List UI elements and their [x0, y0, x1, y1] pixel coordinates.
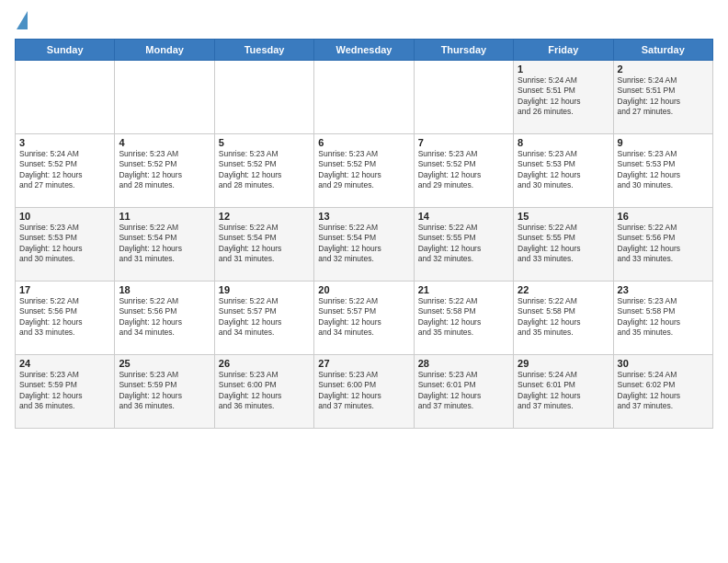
calendar-cell: [16, 61, 115, 134]
calendar-table: SundayMondayTuesdayWednesdayThursdayFrid…: [15, 39, 713, 429]
day-number: 7: [418, 137, 509, 148]
day-info: Sunrise: 5:23 AMSunset: 6:00 PMDaylight:…: [318, 370, 409, 412]
calendar-cell: 8Sunrise: 5:23 AMSunset: 5:53 PMDaylight…: [514, 134, 613, 208]
day-number: 15: [518, 211, 609, 222]
calendar-cell: 17Sunrise: 5:22 AMSunset: 5:56 PMDayligh…: [16, 282, 115, 355]
day-number: 12: [219, 211, 310, 222]
day-number: 4: [119, 137, 210, 148]
day-info: Sunrise: 5:23 AMSunset: 5:58 PMDaylight:…: [618, 296, 709, 339]
calendar-cell: 4Sunrise: 5:23 AMSunset: 5:52 PMDaylight…: [115, 134, 214, 208]
day-number: 24: [19, 358, 110, 369]
day-number: 25: [119, 358, 210, 369]
day-info: Sunrise: 5:23 AMSunset: 5:53 PMDaylight:…: [518, 149, 609, 191]
day-number: 14: [418, 211, 509, 222]
calendar-cell: 26Sunrise: 5:23 AMSunset: 6:00 PMDayligh…: [214, 355, 313, 429]
calendar-cell: 12Sunrise: 5:22 AMSunset: 5:54 PMDayligh…: [214, 208, 313, 282]
calendar-cell: 28Sunrise: 5:23 AMSunset: 6:01 PMDayligh…: [414, 355, 513, 429]
day-info: Sunrise: 5:22 AMSunset: 5:58 PMDaylight:…: [418, 296, 509, 339]
calendar-cell: 11Sunrise: 5:22 AMSunset: 5:54 PMDayligh…: [115, 208, 214, 282]
calendar-day-header: Sunday: [16, 40, 115, 61]
calendar-cell: 9Sunrise: 5:23 AMSunset: 5:53 PMDaylight…: [613, 134, 712, 208]
calendar-cell: 29Sunrise: 5:24 AMSunset: 6:01 PMDayligh…: [514, 355, 613, 429]
day-info: Sunrise: 5:23 AMSunset: 5:52 PMDaylight:…: [418, 149, 509, 191]
calendar-header-row: SundayMondayTuesdayWednesdayThursdayFrid…: [16, 40, 713, 61]
logo-text: [15, 15, 28, 29]
calendar-day-header: Friday: [514, 40, 613, 61]
day-number: 10: [19, 211, 110, 222]
day-info: Sunrise: 5:24 AMSunset: 6:01 PMDaylight:…: [518, 370, 609, 412]
day-info: Sunrise: 5:23 AMSunset: 5:59 PMDaylight:…: [119, 370, 210, 412]
day-number: 18: [119, 284, 210, 295]
calendar-cell: 16Sunrise: 5:22 AMSunset: 5:56 PMDayligh…: [613, 208, 712, 282]
calendar-cell: 20Sunrise: 5:22 AMSunset: 5:57 PMDayligh…: [314, 282, 414, 355]
day-info: Sunrise: 5:24 AMSunset: 5:52 PMDaylight:…: [19, 149, 110, 191]
day-info: Sunrise: 5:22 AMSunset: 5:56 PMDaylight:…: [119, 296, 210, 339]
calendar-cell: 19Sunrise: 5:22 AMSunset: 5:57 PMDayligh…: [214, 282, 313, 355]
day-info: Sunrise: 5:22 AMSunset: 5:57 PMDaylight:…: [219, 296, 310, 339]
calendar-day-header: Monday: [115, 40, 214, 61]
calendar-cell: 3Sunrise: 5:24 AMSunset: 5:52 PMDaylight…: [16, 134, 115, 208]
header: [15, 15, 713, 29]
calendar-cell: 22Sunrise: 5:22 AMSunset: 5:58 PMDayligh…: [514, 282, 613, 355]
calendar-cell: 24Sunrise: 5:23 AMSunset: 5:59 PMDayligh…: [16, 355, 115, 429]
day-number: 30: [618, 358, 709, 369]
calendar-cell: 10Sunrise: 5:23 AMSunset: 5:53 PMDayligh…: [16, 208, 115, 282]
calendar-cell: 5Sunrise: 5:23 AMSunset: 5:52 PMDaylight…: [214, 134, 313, 208]
calendar-day-header: Thursday: [414, 40, 513, 61]
calendar-week-row: 24Sunrise: 5:23 AMSunset: 5:59 PMDayligh…: [16, 355, 713, 429]
calendar-cell: [414, 61, 513, 134]
day-info: Sunrise: 5:23 AMSunset: 5:52 PMDaylight:…: [318, 149, 409, 191]
day-info: Sunrise: 5:23 AMSunset: 5:59 PMDaylight:…: [19, 370, 110, 412]
day-number: 23: [618, 284, 709, 295]
day-number: 9: [618, 137, 709, 148]
logo: [15, 15, 28, 29]
day-info: Sunrise: 5:22 AMSunset: 5:54 PMDaylight:…: [119, 223, 210, 265]
day-info: Sunrise: 5:22 AMSunset: 5:55 PMDaylight:…: [518, 223, 609, 265]
calendar-day-header: Tuesday: [214, 40, 313, 61]
day-number: 20: [318, 284, 409, 295]
day-number: 19: [219, 284, 310, 295]
day-info: Sunrise: 5:23 AMSunset: 5:53 PMDaylight:…: [19, 223, 110, 265]
day-info: Sunrise: 5:24 AMSunset: 6:02 PMDaylight:…: [618, 370, 709, 412]
calendar-day-header: Saturday: [613, 40, 712, 61]
day-number: 22: [518, 284, 609, 295]
day-info: Sunrise: 5:24 AMSunset: 5:51 PMDaylight:…: [618, 75, 709, 118]
day-number: 13: [318, 211, 409, 222]
calendar-day-header: Wednesday: [314, 40, 414, 61]
calendar-week-row: 17Sunrise: 5:22 AMSunset: 5:56 PMDayligh…: [16, 282, 713, 355]
day-number: 6: [318, 137, 409, 148]
day-number: 11: [119, 211, 210, 222]
calendar-cell: [115, 61, 214, 134]
day-number: 21: [418, 284, 509, 295]
calendar-week-row: 10Sunrise: 5:23 AMSunset: 5:53 PMDayligh…: [16, 208, 713, 282]
calendar-cell: 6Sunrise: 5:23 AMSunset: 5:52 PMDaylight…: [314, 134, 414, 208]
day-number: 28: [418, 358, 509, 369]
day-info: Sunrise: 5:22 AMSunset: 5:56 PMDaylight:…: [19, 296, 110, 339]
day-number: 16: [618, 211, 709, 222]
day-info: Sunrise: 5:23 AMSunset: 5:53 PMDaylight:…: [618, 149, 709, 191]
calendar-cell: 1Sunrise: 5:24 AMSunset: 5:51 PMDaylight…: [514, 61, 613, 134]
calendar-cell: 27Sunrise: 5:23 AMSunset: 6:00 PMDayligh…: [314, 355, 414, 429]
calendar-cell: 15Sunrise: 5:22 AMSunset: 5:55 PMDayligh…: [514, 208, 613, 282]
day-info: Sunrise: 5:22 AMSunset: 5:57 PMDaylight:…: [318, 296, 409, 339]
day-info: Sunrise: 5:22 AMSunset: 5:56 PMDaylight:…: [618, 223, 709, 265]
calendar-cell: 23Sunrise: 5:23 AMSunset: 5:58 PMDayligh…: [613, 282, 712, 355]
day-number: 17: [19, 284, 110, 295]
page: SundayMondayTuesdayWednesdayThursdayFrid…: [0, 0, 728, 563]
day-info: Sunrise: 5:24 AMSunset: 5:51 PMDaylight:…: [518, 75, 609, 118]
calendar-cell: 2Sunrise: 5:24 AMSunset: 5:51 PMDaylight…: [613, 61, 712, 134]
day-info: Sunrise: 5:22 AMSunset: 5:54 PMDaylight:…: [219, 223, 310, 265]
day-number: 3: [19, 137, 110, 148]
calendar-week-row: 1Sunrise: 5:24 AMSunset: 5:51 PMDaylight…: [16, 61, 713, 134]
day-info: Sunrise: 5:23 AMSunset: 5:52 PMDaylight:…: [119, 149, 210, 191]
day-info: Sunrise: 5:23 AMSunset: 6:01 PMDaylight:…: [418, 370, 509, 412]
calendar-cell: 14Sunrise: 5:22 AMSunset: 5:55 PMDayligh…: [414, 208, 513, 282]
day-info: Sunrise: 5:22 AMSunset: 5:58 PMDaylight:…: [518, 296, 609, 339]
calendar-cell: 18Sunrise: 5:22 AMSunset: 5:56 PMDayligh…: [115, 282, 214, 355]
day-info: Sunrise: 5:23 AMSunset: 6:00 PMDaylight:…: [219, 370, 310, 412]
day-number: 27: [318, 358, 409, 369]
calendar-cell: [214, 61, 313, 134]
day-number: 26: [219, 358, 310, 369]
calendar-week-row: 3Sunrise: 5:24 AMSunset: 5:52 PMDaylight…: [16, 134, 713, 208]
day-number: 2: [618, 63, 709, 75]
